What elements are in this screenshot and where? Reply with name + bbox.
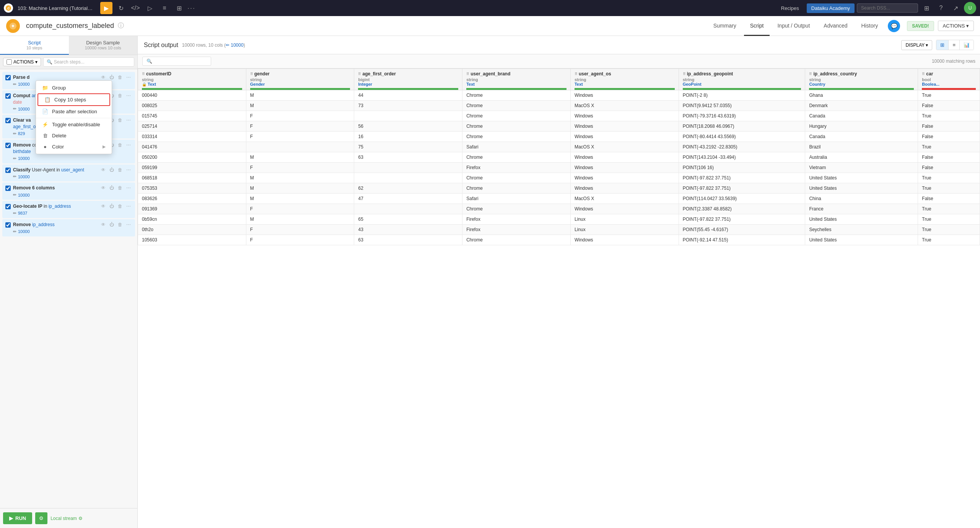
- search-input[interactable]: [857, 3, 918, 13]
- list-view-button[interactable]: ≡: [949, 40, 960, 50]
- recipes-button[interactable]: Recipes: [777, 4, 803, 13]
- step-eye-icon[interactable]: 👁: [100, 74, 107, 80]
- step-power-icon[interactable]: ⏻: [108, 167, 115, 173]
- table-row[interactable]: 075353M62ChromeWindowsPOINT(-97.822 37.7…: [138, 183, 980, 194]
- nav-icon-grid[interactable]: ⊞: [173, 2, 185, 14]
- table-row[interactable]: 04147675SafariMacOS XPOINT(-43.2192 -22.…: [138, 142, 980, 152]
- step-power-icon[interactable]: ⏻: [108, 203, 115, 209]
- context-menu-paste[interactable]: 📄 Paste after selection: [36, 106, 112, 117]
- filter-search-input[interactable]: 🔍: [142, 57, 211, 66]
- user-avatar[interactable]: U: [964, 2, 976, 14]
- step-more-icon[interactable]: ⋯: [125, 185, 132, 191]
- tab-history[interactable]: History: [855, 16, 884, 36]
- step-delete-icon[interactable]: 🗑: [117, 74, 124, 80]
- step-power-icon[interactable]: ⏻: [108, 222, 115, 228]
- step-more-icon[interactable]: ⋯: [125, 222, 132, 228]
- col-header-gender[interactable]: ⠿ gender string Gender: [246, 69, 354, 90]
- table-row[interactable]: 050200M63ChromeWindowsPOINT(143.2104 -33…: [138, 152, 980, 163]
- left-tab-design-sample[interactable]: Design Sample 10000 rows 10 cols: [69, 36, 138, 55]
- table-row[interactable]: 068518MChromeWindowsPOINT(-97.822 37.751…: [138, 173, 980, 183]
- step-power-icon[interactable]: ⏻: [108, 74, 115, 80]
- table-row[interactable]: 025714F56ChromeWindowsPOINT(18.2068 46.0…: [138, 121, 980, 132]
- tab-input-output[interactable]: Input / Output: [771, 16, 816, 36]
- col-header-country[interactable]: ⠿ ip_address_country string Country: [805, 69, 918, 90]
- step-eye-icon[interactable]: 👁: [100, 203, 107, 209]
- step-delete-icon[interactable]: 🗑: [117, 93, 124, 99]
- step-more-icon[interactable]: ⋯: [125, 93, 132, 99]
- context-menu-delete[interactable]: 🗑 Delete: [36, 130, 112, 141]
- table-row[interactable]: 000440M44ChromeWindowsPOINT(-2 8)GhanaTr…: [138, 90, 980, 101]
- step-delete-icon[interactable]: 🗑: [117, 185, 124, 191]
- search-steps-input[interactable]: 🔍 Search steps...: [43, 57, 134, 67]
- step-checkbox[interactable]: [5, 186, 11, 191]
- step-delete-icon[interactable]: 🗑: [117, 117, 124, 123]
- grid-view-button[interactable]: ⊞: [936, 40, 949, 50]
- apps-grid-icon[interactable]: ⊞: [920, 2, 933, 14]
- step-item[interactable]: Remove 6 columns 👁 ⏻ 🗑 ⋯ ✏ 10000: [2, 183, 135, 200]
- step-more-icon[interactable]: ⋯: [125, 117, 132, 123]
- context-menu-toggle[interactable]: ⚡ Toggle enable/disable: [36, 119, 112, 130]
- col-header-customerid[interactable]: ⠿ customerID string 🔒 Text: [138, 69, 246, 90]
- nav-icon-layers[interactable]: ≡: [158, 2, 171, 14]
- step-eye-icon[interactable]: 👁: [100, 222, 107, 228]
- step-power-icon[interactable]: ⏻: [108, 185, 115, 191]
- nav-icon-code[interactable]: </>: [129, 2, 142, 14]
- step-checkbox[interactable]: [5, 118, 11, 123]
- help-icon[interactable]: ?: [935, 2, 947, 14]
- run-button[interactable]: ▶ RUN: [3, 512, 32, 524]
- tab-advanced[interactable]: Advanced: [817, 16, 853, 36]
- step-more-icon[interactable]: ⋯: [125, 203, 132, 209]
- step-item[interactable]: Remove ip_address 👁 ⏻ 🗑 ⋯ ✏ 10000: [2, 219, 135, 236]
- table-row[interactable]: 0b59cnM65FirefoxLinuxPOINT(-97.822 37.75…: [138, 214, 980, 225]
- step-checkbox[interactable]: [5, 143, 11, 148]
- step-eye-icon[interactable]: 👁: [100, 185, 107, 191]
- table-row[interactable]: 091369FChromeWindowsPOINT(2.3387 48.8582…: [138, 204, 980, 214]
- actions-button[interactable]: ACTIONS ▾: [938, 21, 974, 31]
- context-menu-color[interactable]: ● Color ▶: [36, 141, 112, 152]
- step-more-icon[interactable]: ⋯: [125, 142, 132, 148]
- step-checkbox[interactable]: [5, 222, 11, 228]
- recipe-info-icon[interactable]: ⓘ: [118, 22, 124, 30]
- tab-summary[interactable]: Summary: [707, 16, 742, 36]
- step-delete-icon[interactable]: 🗑: [117, 167, 124, 173]
- step-delete-icon[interactable]: 🗑: [117, 222, 124, 228]
- step-checkbox[interactable]: [5, 93, 11, 99]
- step-delete-icon[interactable]: 🗑: [117, 142, 124, 148]
- display-button[interactable]: DISPLAY ▾: [901, 40, 932, 50]
- step-checkbox[interactable]: [5, 168, 11, 173]
- step-checkbox[interactable]: [5, 204, 11, 209]
- saved-button[interactable]: SAVED!: [907, 21, 934, 31]
- table-row[interactable]: 083626M47SafariMacOS XPOINT(114.0427 33.…: [138, 194, 980, 204]
- app-logo[interactable]: d: [4, 3, 13, 13]
- col-header-age[interactable]: ⠿ age_first_order bigint Integer: [354, 69, 462, 90]
- step-eye-icon[interactable]: 👁: [100, 167, 107, 173]
- context-menu-copy[interactable]: 📋 Copy 10 steps: [37, 93, 110, 106]
- nav-icon-play[interactable]: ▷: [144, 2, 156, 14]
- run-settings-button[interactable]: ⚙: [35, 512, 47, 524]
- nav-more-icon[interactable]: ···: [187, 4, 195, 12]
- col-header-user-agent-os[interactable]: ⠿ user_agent_os string Text: [570, 69, 679, 90]
- analytics-icon[interactable]: ↗: [949, 2, 962, 14]
- col-header-user-agent-brand[interactable]: ⠿ user_agent_brand string Text: [462, 69, 571, 90]
- step-item[interactable]: Classify User-Agent in user_agent 👁 ⏻ 🗑 …: [2, 165, 135, 182]
- col-header-car[interactable]: ⠿ car bool Boolea...: [918, 69, 980, 90]
- comment-button[interactable]: 💬: [888, 20, 900, 32]
- table-row[interactable]: 008025M73ChromeMacOS XPOINT(9.9412 57.03…: [138, 101, 980, 111]
- table-row[interactable]: 0th2oF43FirefoxLinuxPOINT(55.45 -4.6167)…: [138, 225, 980, 235]
- table-row[interactable]: 033314F16ChromeWindowsPOINT(-80.4414 43.…: [138, 132, 980, 142]
- nav-icon-refresh[interactable]: ↻: [115, 2, 127, 14]
- step-delete-icon[interactable]: 🗑: [117, 203, 124, 209]
- table-row[interactable]: 015745FChromeWindowsPOINT(-79.3716 43.63…: [138, 111, 980, 121]
- steps-actions-dropdown[interactable]: ACTIONS ▾: [3, 58, 41, 66]
- table-row[interactable]: 105603F63ChromeWindowsPOINT(-92.14 47.51…: [138, 235, 980, 245]
- dataiku-academy-button[interactable]: Dataiku Academy: [807, 3, 855, 13]
- chart-view-button[interactable]: 📊: [960, 40, 973, 50]
- table-row[interactable]: 059199FFirefoxWindowsPOINT(106 16)Vietna…: [138, 163, 980, 173]
- step-more-icon[interactable]: ⋯: [125, 74, 132, 80]
- left-tab-script[interactable]: Script 10 steps: [0, 36, 69, 55]
- step-item[interactable]: Geo-locate IP in ip_address 👁 ⏻ 🗑 ⋯ ✏ 98…: [2, 201, 135, 218]
- select-all-checkbox[interactable]: [7, 59, 12, 65]
- row-count-edit-link[interactable]: ✏ 10000: [226, 42, 244, 48]
- col-header-geopoint[interactable]: ⠿ ip_address_geopoint string GeoPoint: [679, 69, 805, 90]
- step-more-icon[interactable]: ⋯: [125, 167, 132, 173]
